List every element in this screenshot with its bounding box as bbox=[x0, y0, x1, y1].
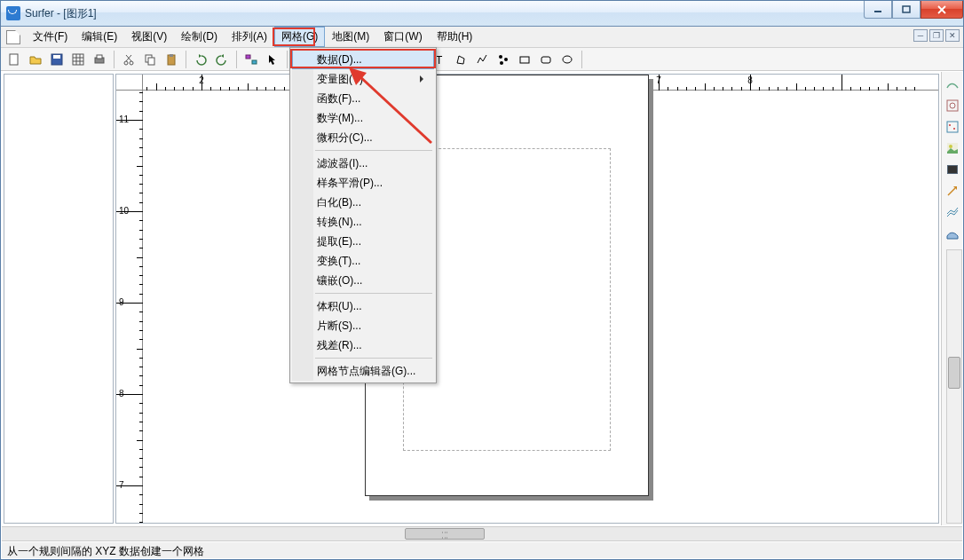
new-button[interactable] bbox=[4, 50, 24, 69]
svg-point-14 bbox=[124, 61, 128, 65]
wireframe-button[interactable] bbox=[944, 203, 961, 221]
print-button[interactable] bbox=[90, 50, 109, 69]
workspace: 2345678 1110987 A bbox=[2, 72, 962, 525]
copy-button[interactable] bbox=[140, 50, 160, 69]
menu-item-math[interactable]: 数学(M)... bbox=[292, 108, 434, 128]
titlebar: Surfer - [图形1] bbox=[1, 1, 963, 27]
menu-item-volume[interactable]: 体积(U)... bbox=[292, 296, 434, 316]
menu-item-convert[interactable]: 转换(N)... bbox=[292, 212, 434, 232]
svg-point-26 bbox=[504, 58, 508, 61]
app-icon bbox=[6, 6, 20, 20]
menu-map[interactable]: 地图(M) bbox=[325, 27, 376, 47]
svg-line-40 bbox=[948, 188, 955, 195]
menu-item-transform[interactable]: 变换(T)... bbox=[292, 251, 434, 271]
menu-item-blank[interactable]: 白化(B)... bbox=[292, 193, 434, 212]
save-button[interactable] bbox=[47, 50, 67, 69]
shaded-relief-button[interactable] bbox=[944, 161, 961, 178]
svg-point-27 bbox=[500, 61, 503, 65]
menu-edit[interactable]: 编辑(E) bbox=[75, 27, 124, 47]
svg-rect-7 bbox=[73, 54, 83, 65]
svg-rect-28 bbox=[520, 57, 529, 63]
svg-rect-23 bbox=[252, 60, 257, 64]
window-title: Surfer - [图形1] bbox=[25, 6, 97, 21]
menu-item-function[interactable]: 函数(F)... bbox=[292, 89, 434, 108]
submenu-arrow-icon bbox=[420, 75, 427, 83]
object-manager-panel[interactable] bbox=[4, 74, 114, 524]
polygon-tool-button[interactable] bbox=[451, 50, 470, 69]
svg-rect-22 bbox=[246, 55, 250, 59]
rounded-rect-tool-button[interactable] bbox=[536, 50, 556, 69]
statusbar: 从一个规则间隔的 XYZ 数据创建一个网格 bbox=[2, 542, 962, 558]
image-map-button[interactable] bbox=[944, 139, 961, 157]
redo-button[interactable] bbox=[212, 50, 232, 69]
menu-draw[interactable]: 绘制(D) bbox=[174, 27, 225, 47]
menu-item-node-editor[interactable]: 网格节点编辑器(G)... bbox=[292, 361, 434, 381]
svg-point-35 bbox=[953, 128, 955, 130]
app-window: Surfer - [图形1] 文件(F) 编辑(E) 视图(V) 绘制(D) 排… bbox=[0, 0, 964, 560]
main-toolbar: T bbox=[1, 48, 963, 71]
svg-point-15 bbox=[130, 61, 133, 65]
pointer-button[interactable] bbox=[263, 50, 282, 69]
grid-menu-dropdown: 数据(D)... 变量图(V) 函数(F)... 数学(M)... 微积分(C)… bbox=[289, 47, 437, 383]
menu-item-extract[interactable]: 提取(E)... bbox=[292, 232, 434, 251]
vertical-ruler: 1110987 bbox=[116, 91, 143, 523]
polyline-tool-button[interactable] bbox=[472, 50, 492, 69]
rectangle-tool-button[interactable] bbox=[515, 50, 534, 69]
menu-window[interactable]: 窗口(W) bbox=[376, 27, 429, 47]
menubar: 文件(F) 编辑(E) 视图(V) 绘制(D) 排列(A) 网格(G) 地图(M… bbox=[1, 27, 963, 48]
horizontal-scrollbar[interactable] bbox=[2, 526, 962, 541]
document-icon bbox=[6, 30, 20, 44]
svg-rect-19 bbox=[148, 58, 154, 65]
svg-rect-33 bbox=[947, 122, 958, 132]
svg-point-34 bbox=[949, 124, 951, 126]
map-toolbar: A bbox=[941, 72, 962, 525]
close-button[interactable] bbox=[921, 1, 963, 19]
ruler-corner bbox=[116, 75, 143, 91]
ellipse-tool-button[interactable] bbox=[557, 50, 577, 69]
mdi-minimize-button[interactable]: ─ bbox=[913, 29, 928, 42]
grid-button[interactable] bbox=[68, 50, 88, 69]
svg-text:T: T bbox=[436, 54, 443, 66]
menu-item-mosaic[interactable]: 镶嵌(O)... bbox=[292, 271, 434, 290]
menu-item-calculus[interactable]: 微积分(C)... bbox=[292, 128, 434, 147]
menu-item-spline[interactable]: 样条平滑(P)... bbox=[292, 173, 434, 193]
mdi-controls: ─ ❐ ✕ bbox=[913, 29, 960, 42]
menu-item-data[interactable]: 数据(D)... bbox=[292, 50, 434, 69]
svg-rect-4 bbox=[10, 54, 18, 65]
mdi-close-button[interactable]: ✕ bbox=[945, 29, 960, 42]
menu-item-filter[interactable]: 滤波器(I)... bbox=[292, 154, 434, 173]
canvas-area[interactable]: 2345678 1110987 bbox=[115, 74, 939, 524]
menu-item-residuals[interactable]: 残差(R)... bbox=[292, 335, 434, 355]
svg-rect-31 bbox=[947, 100, 958, 111]
surface-button[interactable] bbox=[944, 225, 961, 242]
paste-button[interactable] bbox=[162, 50, 181, 69]
svg-rect-21 bbox=[170, 54, 173, 57]
minimize-button[interactable] bbox=[864, 1, 892, 19]
undo-button[interactable] bbox=[191, 50, 210, 69]
window-controls bbox=[864, 1, 963, 19]
base-map-button[interactable] bbox=[944, 75, 961, 93]
object-manager-button[interactable] bbox=[241, 50, 261, 69]
mdi-restore-button[interactable]: ❐ bbox=[929, 29, 944, 42]
cut-button[interactable] bbox=[119, 50, 138, 69]
svg-point-32 bbox=[950, 103, 955, 108]
svg-point-25 bbox=[499, 55, 502, 59]
menu-help[interactable]: 帮助(H) bbox=[430, 27, 480, 47]
svg-point-30 bbox=[563, 56, 572, 63]
maximize-button[interactable] bbox=[892, 1, 921, 19]
menu-file[interactable]: 文件(F) bbox=[26, 27, 75, 47]
menu-grid[interactable]: 网格(G) bbox=[274, 27, 325, 47]
contour-map-button[interactable] bbox=[944, 97, 961, 114]
menu-item-variogram[interactable]: 变量图(V) bbox=[292, 69, 434, 89]
svg-rect-29 bbox=[541, 57, 550, 63]
post-map-button[interactable] bbox=[944, 118, 961, 136]
symbol-tool-button[interactable] bbox=[494, 50, 513, 69]
open-button[interactable] bbox=[26, 50, 45, 69]
vector-map-button[interactable] bbox=[944, 182, 961, 200]
svg-rect-39 bbox=[948, 166, 957, 173]
menu-view[interactable]: 视图(V) bbox=[124, 27, 174, 47]
menu-item-slice[interactable]: 片断(S)... bbox=[292, 316, 434, 335]
svg-point-37 bbox=[949, 145, 952, 148]
vertical-scrollbar[interactable] bbox=[946, 249, 962, 524]
menu-arrange[interactable]: 排列(A) bbox=[225, 27, 274, 47]
